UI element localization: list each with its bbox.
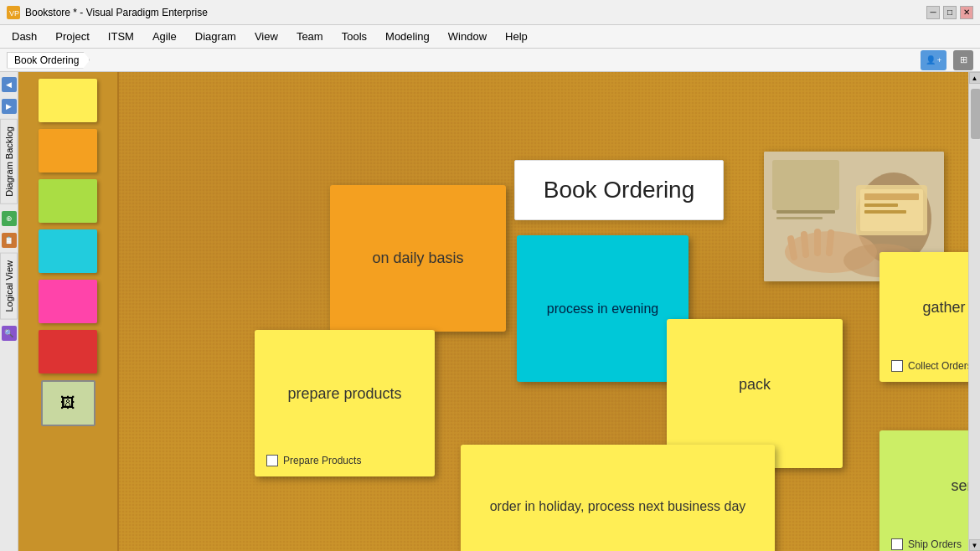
menu-agile[interactable]: Agile — [144, 28, 185, 45]
svg-rect-5 — [776, 217, 823, 219]
breadcrumb-item[interactable]: Book Ordering — [7, 52, 90, 69]
svg-text:VP: VP — [9, 9, 19, 18]
scroll-thumb[interactable] — [971, 89, 980, 139]
notes-panel: 🖼 — [18, 72, 119, 551]
svg-rect-3 — [772, 160, 839, 210]
menu-team[interactable]: Team — [288, 28, 332, 45]
menu-modeling[interactable]: Modeling — [377, 28, 438, 45]
window-title: Bookstore * - Visual Paradigm Enterprise — [25, 7, 208, 18]
svg-rect-4 — [776, 210, 835, 214]
minimize-button[interactable]: ─ — [926, 6, 940, 19]
menu-view[interactable]: View — [246, 28, 286, 45]
svg-rect-11 — [864, 210, 906, 214]
send-label: Ship Orders — [908, 538, 962, 550]
collab-icon: 👤 — [926, 55, 936, 64]
note-text-prepare-products: prepare products — [266, 340, 423, 448]
gather-orders-checkbox-row: Collect Orders — [891, 360, 968, 372]
sidebar-icon-5[interactable]: 🔍 — [2, 326, 17, 341]
sidebar-tab-diagram-backlog[interactable]: Diagram Backlog — [0, 119, 18, 204]
close-button[interactable]: ✕ — [960, 6, 973, 19]
mini-note-pink[interactable] — [39, 280, 97, 323]
note-holiday-order[interactable]: order in holiday, process next business … — [461, 445, 775, 551]
note-text-holiday-order: order in holiday, process next business … — [472, 455, 763, 551]
vertical-scrollbar[interactable]: ▲ ▼ — [968, 72, 980, 551]
sidebar-tab-logical-view[interactable]: Logical View — [0, 253, 18, 320]
menu-window[interactable]: Window — [440, 28, 495, 45]
menu-dash[interactable]: Dash — [3, 28, 45, 45]
mini-note-green[interactable] — [39, 179, 97, 223]
note-process-in-evening[interactable]: process in evening — [517, 235, 689, 382]
breadcrumb-bar: Book Ordering 👤 + ⊞ — [0, 49, 980, 72]
mini-note-red[interactable] — [39, 330, 97, 373]
note-gather-orders[interactable]: gather orders Collect Orders — [879, 252, 968, 382]
panel-toggle-button[interactable]: ⊞ — [953, 50, 973, 70]
menu-bar: Dash Project ITSM Agile Diagram View Tea… — [0, 25, 980, 49]
gather-orders-label: Collect Orders — [908, 360, 968, 372]
sidebar-icon-3[interactable]: ⊕ — [2, 211, 17, 226]
note-text-gather-orders: gather orders — [891, 262, 968, 353]
maximize-button[interactable]: □ — [943, 6, 957, 19]
note-text-on-daily-basis: on daily basis — [342, 195, 494, 322]
app-icon: VP — [7, 6, 20, 19]
menu-help[interactable]: Help — [497, 28, 536, 45]
prepare-products-checkbox[interactable] — [266, 455, 278, 466]
title-card-text: Book Ordering — [544, 177, 695, 203]
breadcrumb: Book Ordering — [7, 52, 90, 69]
collab-button[interactable]: 👤 + — [921, 50, 946, 70]
mini-note-yellow[interactable] — [39, 79, 97, 122]
note-send[interactable]: send Ship Orders — [879, 430, 968, 551]
mini-note-cyan[interactable] — [39, 229, 97, 273]
sidebar-icon-2[interactable]: ▶ — [2, 99, 17, 114]
mini-image-placeholder[interactable]: 🖼 — [41, 380, 95, 426]
breadcrumb-icons: 👤 + ⊞ — [921, 50, 973, 70]
send-checkbox[interactable] — [891, 538, 903, 550]
scroll-up-button[interactable]: ▲ — [969, 72, 981, 84]
note-on-daily-basis[interactable]: on daily basis — [330, 185, 506, 332]
left-sidebar-tabs: ◀ ▶ Diagram Backlog ⊕ 📋 Logical View 🔍 — [0, 72, 18, 551]
svg-rect-10 — [864, 203, 898, 207]
prepare-products-label: Prepare Products — [283, 455, 361, 466]
sidebar-icon-4[interactable]: 📋 — [2, 233, 17, 248]
cork-board: Book Ordering — [119, 72, 968, 551]
svg-rect-9 — [864, 193, 919, 200]
mini-note-orange[interactable] — [39, 129, 97, 173]
gather-orders-checkbox[interactable] — [891, 360, 903, 372]
note-prepare-products[interactable]: prepare products Prepare Products — [255, 330, 435, 476]
menu-itsm[interactable]: ITSM — [100, 28, 142, 45]
prepare-products-checkbox-row: Prepare Products — [266, 455, 423, 466]
sidebar-icon-1[interactable]: ◀ — [2, 77, 17, 92]
note-text-send: send — [891, 440, 968, 532]
svg-rect-16 — [814, 229, 821, 256]
note-text-process-in-evening: process in evening — [529, 245, 677, 372]
title-card[interactable]: Book Ordering — [514, 160, 724, 220]
scroll-down-button[interactable]: ▼ — [969, 539, 981, 551]
note-text-pack: pack — [678, 329, 831, 440]
send-checkbox-row: Ship Orders — [891, 538, 968, 550]
main-area: ◀ ▶ Diagram Backlog ⊕ 📋 Logical View 🔍 🖼… — [0, 72, 980, 551]
title-bar: VP Bookstore * - Visual Paradigm Enterpr… — [0, 0, 980, 25]
window-controls: ─ □ ✕ — [926, 6, 973, 19]
menu-tools[interactable]: Tools — [333, 28, 375, 45]
menu-diagram[interactable]: Diagram — [187, 28, 245, 45]
menu-project[interactable]: Project — [47, 28, 97, 45]
